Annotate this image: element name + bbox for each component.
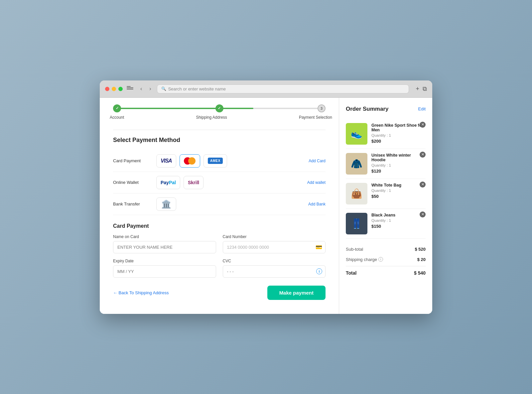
order-summary-header: Order Summary Edit bbox=[346, 106, 426, 112]
payment-section-title: Select Payment Method bbox=[113, 137, 326, 144]
shipping-label: Shipping charge i bbox=[346, 257, 383, 262]
item-4-price: $150 bbox=[371, 224, 426, 229]
online-wallet-label: Online Wallet bbox=[113, 180, 156, 185]
item-1-qty: Quantity : 1 bbox=[371, 133, 426, 137]
remove-item-1-button[interactable]: ✕ bbox=[420, 122, 426, 128]
maximize-button[interactable] bbox=[118, 87, 123, 91]
paypal-card[interactable]: PayPal bbox=[156, 176, 180, 189]
card-form-section: Card Payment Name on Card Card Number 💳 bbox=[113, 223, 326, 300]
order-item-3: 👜 White Tote Bag Quantity : 1 $50 ✕ bbox=[346, 179, 426, 209]
step-2-circle: ✓ bbox=[215, 104, 223, 112]
address-bar[interactable]: 🔍 Search or enter website name bbox=[157, 84, 409, 93]
step-3-circle: 3 bbox=[318, 104, 326, 112]
back-button[interactable]: ‹ bbox=[139, 85, 144, 92]
item-3-image: 👜 bbox=[346, 183, 367, 204]
order-item-1: 👟 Green Nike Sport Shoe for Men Quantity… bbox=[346, 119, 426, 149]
cvc-info-icon[interactable]: i bbox=[316, 268, 322, 274]
skrill-card[interactable]: Skrill bbox=[184, 176, 203, 189]
total-label: Total bbox=[346, 270, 356, 276]
visa-logo: VISA bbox=[161, 158, 172, 164]
order-item-2: 🧥 Unisex White winter Hoodie Quantity : … bbox=[346, 149, 426, 179]
item-1-emoji: 👟 bbox=[346, 123, 367, 145]
expiry-label: Expiry Date bbox=[113, 259, 216, 263]
progress-bar-container: ✓ ✓ 3 bbox=[113, 108, 326, 109]
total-value: $ 540 bbox=[414, 270, 426, 276]
shipping-value: $ 20 bbox=[417, 257, 426, 262]
item-2-qty: Quantity : 1 bbox=[371, 163, 426, 167]
bank-options: 🏛️ Add Bank bbox=[156, 197, 326, 211]
browser-actions: + ⧉ bbox=[416, 86, 427, 92]
browser-chrome: ‹ › 🔍 Search or enter website name + ⧉ bbox=[100, 80, 432, 98]
item-4-image: 👖 bbox=[346, 213, 367, 234]
shipping-row: Shipping charge i $ 20 bbox=[346, 254, 426, 265]
amex-card[interactable]: AMEX bbox=[203, 154, 227, 168]
bank-transfer-row: Bank Transfer 🏛️ Add Bank bbox=[113, 194, 326, 215]
wallet-options: PayPal Skrill Add wallet bbox=[156, 176, 326, 189]
step-1-label: Account bbox=[110, 115, 124, 120]
remove-item-4-button[interactable]: ✕ bbox=[420, 211, 426, 217]
expiry-input[interactable] bbox=[113, 265, 216, 278]
card-number-group: Card Number 💳 bbox=[223, 234, 326, 253]
total-row: Total $ 540 bbox=[346, 266, 426, 278]
mastercard-card[interactable] bbox=[180, 154, 200, 168]
card-number-wrapper: 💳 bbox=[223, 241, 326, 253]
item-2-name: Unisex White winter Hoodie bbox=[371, 153, 426, 162]
minimize-button[interactable] bbox=[112, 87, 116, 91]
subtotal-label: Sub-total bbox=[346, 247, 363, 252]
card-payment-row: Card Payment VISA AMEX bbox=[113, 150, 326, 172]
close-button[interactable] bbox=[105, 87, 109, 91]
form-actions: ← Back To Shipping Address Make payment bbox=[113, 286, 326, 300]
subtotal-row: Sub-total $ 520 bbox=[346, 244, 426, 254]
address-bar-text: Search or enter website name bbox=[168, 86, 226, 91]
cvc-input[interactable] bbox=[223, 265, 326, 278]
progress-section: ✓ ✓ 3 Account Shipping Address Payment S… bbox=[113, 108, 326, 120]
item-1-name: Green Nike Sport Shoe for Men bbox=[371, 123, 426, 132]
sidebar-toggle-icon[interactable] bbox=[127, 86, 133, 91]
form-row-1: Name on Card Card Number 💳 bbox=[113, 234, 326, 253]
name-label: Name on Card bbox=[113, 234, 216, 239]
make-payment-button[interactable]: Make payment bbox=[267, 286, 326, 300]
forward-button[interactable]: › bbox=[148, 85, 153, 92]
online-wallet-row: Online Wallet PayPal Skrill Add wallet bbox=[113, 172, 326, 194]
step-1-circle: ✓ bbox=[113, 104, 121, 112]
form-row-2: Expiry Date CVC i bbox=[113, 259, 326, 278]
skrill-logo: Skrill bbox=[188, 180, 199, 185]
visa-card[interactable]: VISA bbox=[156, 154, 176, 168]
item-3-qty: Quantity : 1 bbox=[371, 189, 426, 193]
cvc-group: CVC i bbox=[223, 259, 326, 278]
shipping-info-icon[interactable]: i bbox=[378, 257, 383, 262]
item-3-emoji: 👜 bbox=[346, 183, 367, 204]
card-number-input[interactable] bbox=[223, 241, 326, 253]
remove-item-2-button[interactable]: ✕ bbox=[420, 152, 426, 158]
add-bank-link[interactable]: Add Bank bbox=[308, 202, 326, 206]
bank-card[interactable]: 🏛️ bbox=[156, 197, 176, 211]
main-content: ✓ ✓ 3 Account Shipping Address Payment S… bbox=[100, 98, 339, 314]
order-summary-sidebar: Order Summary Edit 👟 Green Nike Sport Sh… bbox=[339, 98, 432, 314]
item-1-image: 👟 bbox=[346, 123, 367, 145]
card-form-title: Card Payment bbox=[113, 223, 326, 229]
item-2-emoji: 🧥 bbox=[346, 153, 367, 175]
tabs-button[interactable]: ⧉ bbox=[423, 86, 427, 92]
name-input[interactable] bbox=[113, 241, 216, 253]
back-to-shipping-link[interactable]: ← Back To Shipping Address bbox=[113, 290, 169, 295]
order-summary-title: Order Summary bbox=[346, 106, 389, 112]
item-2-info: Unisex White winter Hoodie Quantity : 1 … bbox=[371, 153, 426, 175]
item-4-emoji: 👖 bbox=[346, 213, 367, 234]
browser-content: ✓ ✓ 3 Account Shipping Address Payment S… bbox=[100, 98, 432, 314]
add-wallet-link[interactable]: Add wallet bbox=[307, 180, 326, 185]
expiry-group: Expiry Date bbox=[113, 259, 216, 278]
new-tab-button[interactable]: + bbox=[416, 86, 419, 92]
remove-item-3-button[interactable]: ✕ bbox=[420, 182, 426, 188]
search-icon: 🔍 bbox=[161, 86, 166, 91]
traffic-lights bbox=[105, 87, 123, 91]
bank-icon: 🏛️ bbox=[161, 199, 171, 209]
mastercard-logo bbox=[184, 157, 196, 165]
step-3-label: Payment Selection bbox=[299, 115, 332, 120]
paypal-logo: PayPal bbox=[161, 180, 176, 185]
step-2-label: Shipping Address bbox=[196, 115, 227, 120]
edit-order-link[interactable]: Edit bbox=[418, 106, 426, 111]
item-2-price: $120 bbox=[371, 169, 426, 174]
item-3-price: $50 bbox=[371, 194, 426, 199]
subtotal-value: $ 520 bbox=[415, 247, 426, 252]
add-card-link[interactable]: Add Card bbox=[309, 159, 326, 163]
